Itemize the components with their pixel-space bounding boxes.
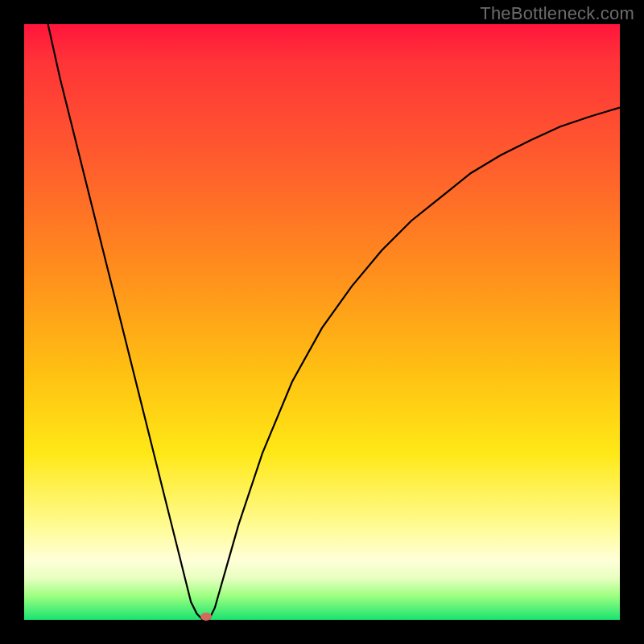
plot-area [24,24,620,620]
curve-svg [24,24,620,620]
bottleneck-curve [48,24,620,620]
watermark-text: TheBottleneck.com [480,3,634,24]
chart-container: TheBottleneck.com [0,0,644,644]
min-point-marker [200,613,212,621]
